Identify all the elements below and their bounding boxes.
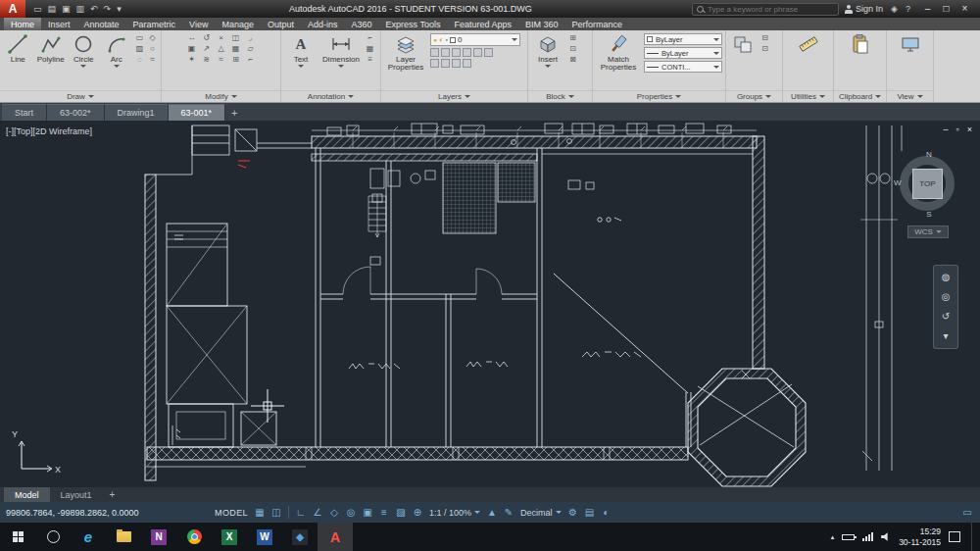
help-icon[interactable]: ?	[906, 4, 910, 14]
hatch-tool-icon[interactable]: ▨	[134, 44, 145, 54]
show-desktop-button[interactable]	[971, 523, 976, 551]
edge-taskbar-button[interactable]: e	[71, 523, 106, 551]
battery-icon[interactable]	[842, 534, 855, 540]
close-button[interactable]: ×	[956, 0, 974, 18]
layer-properties-button[interactable]: Layer Properties	[384, 33, 427, 73]
paste-button[interactable]	[844, 33, 877, 55]
autosnap-toggle[interactable]: ◎	[344, 505, 358, 521]
lineweight-dropdown[interactable]: ByLayer	[644, 47, 722, 59]
file-tab-drawing1[interactable]: Drawing1	[105, 104, 169, 121]
ribbon-tab-a360[interactable]: A360	[345, 18, 379, 30]
new-drawing-tab-button[interactable]: +	[225, 104, 243, 121]
navbar-chevron[interactable]: ▾	[943, 331, 948, 341]
rectangle-tool-icon[interactable]: ▭	[134, 33, 145, 43]
open-button[interactable]: ▤	[48, 5, 57, 14]
scale-tool-icon[interactable]: △	[215, 44, 227, 54]
layer-tool-icon[interactable]	[473, 48, 482, 57]
group-edit-icon[interactable]: ⊡	[760, 44, 770, 54]
annotation-scale-button[interactable]: 1:1 / 100%	[429, 508, 480, 518]
group-button[interactable]	[729, 33, 757, 55]
line-tool-button[interactable]: Line	[3, 33, 33, 64]
file-tab-63-002[interactable]: 63-002*	[47, 104, 105, 121]
selection-cycling-toggle[interactable]: ⊕	[411, 505, 424, 521]
measure-button[interactable]	[792, 33, 825, 55]
dimension-tool-button[interactable]: Dimension	[320, 33, 362, 68]
volume-icon[interactable]	[881, 532, 891, 542]
copy-tool-icon[interactable]: ▣	[185, 44, 198, 54]
units-button[interactable]: Decimal	[520, 508, 562, 518]
snap-mode-toggle[interactable]: ◫	[270, 505, 283, 521]
ribbon-tab-add-ins[interactable]: Add-ins	[301, 18, 345, 30]
viewcube-north[interactable]: N	[926, 150, 932, 159]
edit-block-icon[interactable]: ⊡	[567, 44, 578, 54]
transparency-toggle[interactable]: ▨	[394, 505, 408, 521]
grid-display-toggle[interactable]: ▦	[253, 505, 267, 521]
insert-block-button[interactable]: Insert	[531, 33, 564, 68]
pinned-app-button[interactable]: ◈	[282, 523, 318, 551]
ribbon-tab-output[interactable]: Output	[261, 18, 301, 30]
cortana-search-button[interactable]	[35, 523, 71, 551]
arc-dropdown-chevron[interactable]	[114, 65, 120, 68]
navigation-wheel-icon[interactable]: ◍	[942, 273, 951, 282]
isolate-objects-button[interactable]: ◐	[600, 505, 613, 521]
create-block-icon[interactable]: ⊞	[567, 33, 578, 43]
multileader-icon[interactable]: ⌐	[365, 33, 375, 43]
object-snap-toggle[interactable]: ▣	[361, 505, 374, 521]
workspace-switching-button[interactable]: ⚙	[566, 505, 580, 521]
offset-tool-icon[interactable]: ≋	[200, 55, 213, 65]
break-tool-icon[interactable]: ⌐	[244, 55, 257, 65]
layer-tool-icon[interactable]	[463, 59, 471, 68]
layout1-tab[interactable]: Layout1	[50, 487, 103, 502]
viewcube-south[interactable]: S	[926, 210, 931, 219]
autoscale-toggle[interactable]: ✎	[502, 505, 515, 521]
ungroup-icon[interactable]: ⊟	[760, 33, 770, 43]
ribbon-tab-featured-apps[interactable]: Featured Apps	[447, 18, 518, 30]
properties-panel-label[interactable]: Properties	[593, 90, 725, 102]
spline-tool-icon[interactable]: ≈	[147, 55, 158, 65]
lineweight-toggle[interactable]: ≡	[377, 505, 391, 521]
utilities-panel-label[interactable]: Utilities	[783, 90, 833, 102]
file-tab-start[interactable]: Start	[2, 104, 47, 121]
clean-screen-button[interactable]: ▭	[960, 505, 974, 521]
object-color-dropdown[interactable]: ByLayer	[644, 33, 722, 45]
clipboard-panel-label[interactable]: Clipboard	[834, 90, 886, 102]
coordinates-display[interactable]: 99806.7864, -99898.2862, 0.0000	[6, 508, 172, 518]
circle-tool-button[interactable]: Circle	[69, 33, 99, 68]
ribbon-tab-home[interactable]: Home	[4, 18, 41, 30]
quick-properties-toggle[interactable]: ▤	[583, 505, 597, 521]
model-space-button[interactable]: MODEL	[215, 508, 248, 518]
layer-tool-icon[interactable]	[452, 48, 461, 57]
layer-dropdown-chevron[interactable]	[512, 38, 517, 41]
annotation-visibility-toggle[interactable]: ▲	[485, 505, 499, 521]
match-properties-button[interactable]: Match Properties	[596, 33, 641, 73]
layer-tool-icon[interactable]	[441, 48, 450, 57]
doc-close-button[interactable]: ×	[967, 125, 972, 134]
undo-button[interactable]: ↶	[90, 5, 98, 14]
excel-taskbar-button[interactable]: X	[212, 523, 247, 551]
text-dropdown-chevron[interactable]	[298, 65, 304, 68]
word-taskbar-button[interactable]: W	[247, 523, 282, 551]
layer-tool-icon[interactable]	[463, 48, 471, 57]
ribbon-tab-parametric[interactable]: Parametric	[126, 18, 183, 30]
blend-tool-icon[interactable]: ≈	[215, 55, 227, 65]
chrome-taskbar-button[interactable]	[176, 523, 212, 551]
qat-customize-chevron[interactable]: ▾	[117, 5, 122, 14]
table-icon[interactable]: ▦	[365, 44, 375, 54]
polygon-tool-icon[interactable]: ◇	[147, 33, 158, 43]
minimize-button[interactable]: –	[918, 0, 937, 18]
dimension-dropdown-chevron[interactable]	[338, 65, 344, 68]
exchange-apps-icon[interactable]: ◈	[891, 4, 898, 14]
drawing-viewport[interactable]: Y X [-][Top][2D Wireframe] –▫× TOP N W S…	[0, 122, 980, 487]
layer-tool-icon[interactable]	[452, 59, 461, 68]
signin-button[interactable]: Sign In	[845, 4, 883, 14]
ribbon-tab-insert[interactable]: Insert	[41, 18, 77, 30]
model-space-canvas[interactable]: Y X	[0, 122, 980, 487]
onenote-taskbar-button[interactable]: N	[141, 523, 176, 551]
point-tool-icon[interactable]: ◌	[134, 55, 145, 65]
isodraft-toggle[interactable]: ◇	[327, 505, 341, 521]
circle-dropdown-chevron[interactable]	[80, 65, 86, 68]
ellipse-tool-icon[interactable]: ○	[147, 44, 158, 54]
trim-tool-icon[interactable]: ×	[215, 33, 227, 43]
arc-tool-button[interactable]: Arc	[102, 33, 132, 68]
wcs-menu[interactable]: WCS	[907, 225, 949, 238]
